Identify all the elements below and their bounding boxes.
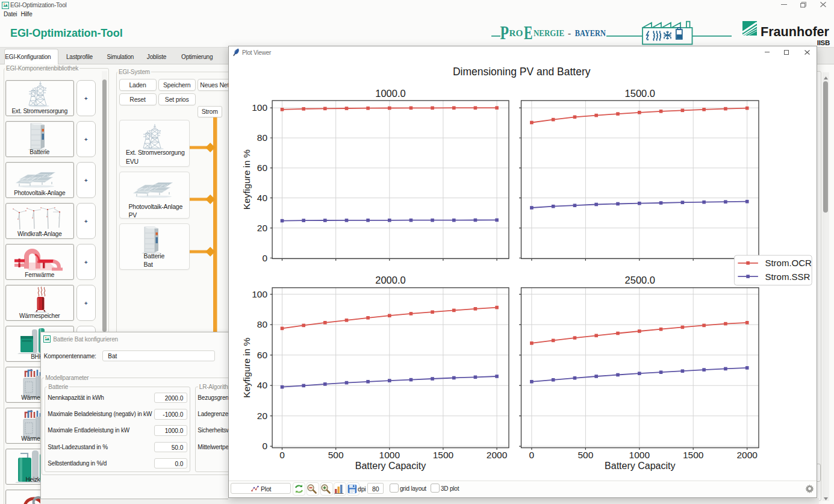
- svg-text:0: 0: [263, 441, 268, 451]
- svg-text:Battery Capacity: Battery Capacity: [355, 461, 426, 471]
- svg-text:20: 20: [257, 411, 268, 421]
- svg-text:2000: 2000: [487, 450, 508, 460]
- svg-text:80: 80: [257, 319, 268, 329]
- svg-text:Strom.OCR: Strom.OCR: [765, 258, 812, 268]
- svg-text:1000: 1000: [379, 450, 400, 460]
- svg-text:0: 0: [263, 253, 268, 263]
- svg-text:Keyfigure in %: Keyfigure in %: [241, 338, 252, 398]
- svg-text:1000.0: 1000.0: [376, 88, 406, 99]
- svg-text:Dimensioning PV and Battery: Dimensioning PV and Battery: [453, 66, 591, 78]
- svg-text:-: -: [568, 28, 571, 38]
- svg-text:60: 60: [257, 163, 268, 173]
- svg-text:40: 40: [257, 380, 268, 390]
- svg-text:Fraunhofer: Fraunhofer: [761, 24, 829, 39]
- svg-text:IISB: IISB: [817, 39, 830, 46]
- svg-text:500: 500: [578, 450, 594, 460]
- svg-text:100: 100: [252, 102, 268, 113]
- svg-text:Battery Capacity: Battery Capacity: [605, 461, 675, 471]
- svg-text:100: 100: [252, 289, 268, 299]
- svg-text:0: 0: [529, 450, 535, 460]
- svg-text:80: 80: [257, 132, 268, 143]
- svg-text:E: E: [524, 22, 533, 43]
- svg-text:2500.0: 2500.0: [625, 275, 655, 285]
- svg-text:60: 60: [257, 350, 268, 360]
- svg-text:P: P: [500, 22, 509, 43]
- svg-text:1000: 1000: [629, 450, 650, 460]
- svg-text:Strom.SSR: Strom.SSR: [765, 272, 811, 282]
- svg-text:NERGIE: NERGIE: [534, 28, 564, 38]
- svg-text:500: 500: [328, 450, 344, 460]
- svg-text:RO: RO: [509, 28, 523, 38]
- svg-text:20: 20: [257, 223, 268, 233]
- svg-text:BAYERN: BAYERN: [575, 28, 606, 38]
- svg-text:0: 0: [279, 450, 285, 460]
- svg-text:2000.0: 2000.0: [376, 275, 406, 285]
- svg-text:Keyfigure in %: Keyfigure in %: [241, 149, 252, 210]
- svg-text:2000: 2000: [737, 450, 758, 460]
- svg-text:1500: 1500: [683, 450, 704, 460]
- svg-text:1500.0: 1500.0: [625, 88, 655, 99]
- svg-text:40: 40: [257, 193, 268, 203]
- svg-text:1500: 1500: [433, 450, 454, 460]
